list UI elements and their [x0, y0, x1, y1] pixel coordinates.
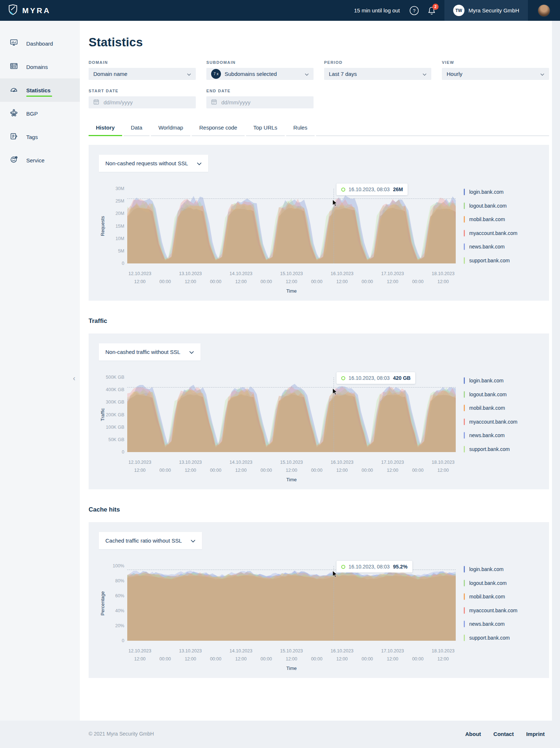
notifications-bell-icon[interactable]: 2	[428, 6, 436, 15]
y-tick-label: 0	[122, 261, 124, 266]
y-tick-label: 30M	[116, 186, 124, 191]
y-tick-label: 60%	[115, 593, 124, 598]
x-tick-time: 12:00	[438, 279, 449, 284]
x-tick-time: 12:00	[438, 656, 449, 662]
tab-response-code[interactable]: Response code	[192, 124, 244, 136]
tab-top-urls[interactable]: Top URLs	[246, 124, 285, 136]
company-switcher[interactable]: TW Myra Security GmbH	[444, 0, 528, 21]
y-tick-label: 25M	[116, 198, 124, 204]
x-tick-time: 00:00	[210, 656, 221, 662]
footer-link-imprint[interactable]: Imprint	[526, 731, 545, 737]
x-tick-time: 12:00	[286, 468, 297, 473]
chevron-down-icon	[423, 71, 427, 77]
footer: © 2021 Myra Security GmbH AboutContactIm…	[0, 721, 560, 748]
company-name: Myra Security GmbH	[468, 7, 519, 14]
sidebar-item-label: Service	[26, 157, 44, 163]
user-avatar	[538, 4, 550, 17]
legend-item[interactable]: myaccount.bank.com	[464, 607, 539, 614]
cache-hits-chart-panel: Cached traffic ratio without SSL Percent…	[89, 522, 549, 678]
tooltip-marker-icon	[341, 188, 345, 192]
legend-item[interactable]: mobil.bank.com	[464, 216, 539, 223]
sidebar-item-tags[interactable]: Tags	[0, 125, 80, 149]
period-select[interactable]: Last 7 days	[324, 68, 431, 80]
y-tick-label: 400K GB	[106, 387, 124, 392]
chart-tooltip: 16.10.2023, 08:03 95.2%	[337, 561, 412, 572]
legend-item[interactable]: mobil.bank.com	[464, 593, 539, 600]
crosshair-horizontal	[127, 387, 456, 388]
x-tick-date: 16.10.2023	[331, 648, 354, 653]
chart-plot[interactable]: 16.10.2023, 08:03 26M 12.10.202313.10.20…	[127, 189, 456, 263]
mouse-cursor-icon	[332, 571, 337, 579]
footer-link-about[interactable]: About	[465, 731, 481, 737]
domain-select[interactable]: Domain name	[89, 68, 196, 80]
legend-color-bar	[464, 593, 465, 600]
legend-item[interactable]: myaccount.bank.com	[464, 230, 539, 236]
sidebar-collapse-chevron[interactable]: ‹	[73, 374, 75, 382]
period-label: PERIOD	[324, 60, 431, 65]
legend-item[interactable]: support.bank.com	[464, 446, 539, 452]
y-tick-label: 500K GB	[106, 375, 124, 380]
x-tick-time: 12:00	[387, 279, 398, 284]
sidebar-item-service[interactable]: Service	[0, 149, 80, 172]
legend-item[interactable]: myaccount.bank.com	[464, 419, 539, 425]
legend-item[interactable]: logout.bank.com	[464, 391, 539, 398]
sidebar-item-statistics[interactable]: Statistics	[0, 78, 80, 102]
brand-logo[interactable]: MYRA	[8, 4, 51, 17]
legend-item[interactable]: news.bank.com	[464, 432, 539, 439]
sidebar-item-bgp[interactable]: BGP	[0, 102, 80, 125]
legend-label: news.bank.com	[469, 621, 505, 627]
x-tick-date: 18.10.2023	[432, 460, 455, 465]
legend-color-bar	[464, 621, 465, 627]
legend-item[interactable]: logout.bank.com	[464, 580, 539, 586]
legend-item[interactable]: mobil.bank.com	[464, 405, 539, 411]
view-select[interactable]: Hourly	[442, 68, 549, 80]
sidebar-item-dashboard[interactable]: Dashboard	[0, 32, 80, 55]
tab-worldmap[interactable]: Worldmap	[151, 124, 190, 136]
legend-item[interactable]: login.bank.com	[464, 189, 539, 195]
legend-item[interactable]: support.bank.com	[464, 635, 539, 641]
x-tick-date: 14.10.2023	[230, 460, 253, 465]
tab-history[interactable]: History	[89, 124, 122, 136]
subdomain-select[interactable]: 7 x Subdomains selected	[206, 68, 314, 80]
requests-metric-select[interactable]: Non-cashed requests without SSL	[99, 155, 208, 172]
y-tick-label: 100K GB	[106, 425, 124, 430]
start-date-input[interactable]: dd/mm/yyyy	[89, 96, 196, 108]
mouse-cursor-icon	[332, 388, 337, 397]
legend-label: news.bank.com	[469, 244, 505, 250]
user-menu[interactable]	[528, 0, 560, 21]
legend-label: mobil.bank.com	[469, 594, 505, 599]
footer-link-contact[interactable]: Contact	[493, 731, 514, 737]
legend-color-bar	[464, 230, 465, 236]
tab-data[interactable]: Data	[124, 124, 150, 136]
x-tick-date: 17.10.2023	[381, 271, 404, 276]
help-icon[interactable]: ?	[409, 6, 419, 15]
legend-item[interactable]: login.bank.com	[464, 377, 539, 384]
area-series-mobil.bank.com	[127, 572, 456, 641]
legend-item[interactable]: news.bank.com	[464, 621, 539, 627]
myra-shield-icon	[8, 4, 18, 17]
legend-item[interactable]: login.bank.com	[464, 566, 539, 572]
x-tick-time: 00:00	[261, 468, 272, 473]
end-date-input[interactable]: dd/mm/yyyy	[206, 96, 314, 108]
x-tick-time: 12:00	[134, 656, 145, 662]
y-axis-labels: 020%40%60%80%100%	[106, 566, 127, 641]
legend-item[interactable]: logout.bank.com	[464, 203, 539, 209]
chart-plot[interactable]: 16.10.2023, 08:03 420 GB 12.10.202313.10…	[127, 377, 456, 452]
legend-color-bar	[464, 635, 465, 641]
legend-item[interactable]: support.bank.com	[464, 257, 539, 264]
chart-plot[interactable]: 16.10.2023, 08:03 95.2% 12.10.202313.10.…	[127, 566, 456, 641]
subdomain-count-badge: 7 x	[211, 69, 221, 79]
tooltip-marker-icon	[341, 376, 345, 380]
legend-color-bar	[464, 566, 465, 572]
legend-item[interactable]: news.bank.com	[464, 243, 539, 250]
traffic-metric-select[interactable]: Non-cashed traffic without SSL	[99, 343, 201, 360]
sidebar-item-domains[interactable]: Domains	[0, 55, 80, 78]
x-axis: 12.10.202313.10.202314.10.202315.10.2023…	[127, 641, 456, 671]
x-tick-date: 13.10.2023	[179, 271, 202, 276]
brand-name: MYRA	[22, 6, 51, 15]
chart-legend: login.bank.comlogout.bank.commobil.bank.…	[456, 377, 539, 459]
cache-metric-select[interactable]: Cached traffic ratio without SSL	[99, 532, 202, 549]
chevron-down-icon	[305, 71, 309, 77]
x-tick-time: 12:00	[134, 279, 145, 284]
tab-rules[interactable]: Rules	[286, 124, 315, 136]
